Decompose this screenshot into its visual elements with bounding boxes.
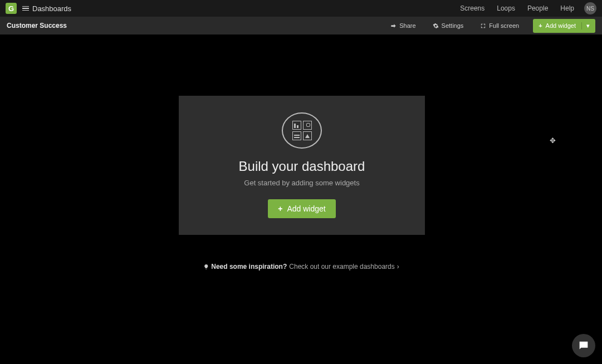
chevron-right-icon: › xyxy=(397,263,399,270)
inspiration-text: Check out our example dashboards xyxy=(289,263,394,270)
empty-state-subtitle: Get started by adding some widgets xyxy=(244,179,359,187)
fullscreen-button[interactable]: Full screen xyxy=(480,22,519,29)
add-widget-top-label: Add widget xyxy=(546,22,576,29)
empty-state-title: Build your dashboard xyxy=(239,159,365,174)
app-logo[interactable]: G xyxy=(6,3,17,14)
plus-icon: + xyxy=(539,22,542,29)
settings-button[interactable]: Settings xyxy=(433,22,464,29)
add-widget-main-label: Add widget xyxy=(287,204,325,213)
dashboard-canvas: Build your dashboard Get started by addi… xyxy=(0,35,602,364)
top-nav: G Dashboards Screens Loops People Help N… xyxy=(0,0,602,17)
chat-icon xyxy=(577,340,590,352)
empty-state-card: Build your dashboard Get started by addi… xyxy=(179,96,425,235)
add-widget-top-button[interactable]: + Add widget ▾ xyxy=(533,19,595,33)
chat-launcher-button[interactable] xyxy=(572,334,595,357)
lightbulb-icon xyxy=(203,264,209,270)
move-cursor-icon: ✥ xyxy=(550,136,556,145)
settings-label: Settings xyxy=(442,22,464,29)
share-icon xyxy=(390,23,397,29)
user-avatar[interactable]: NS xyxy=(584,2,596,14)
chevron-down-icon[interactable]: ▾ xyxy=(581,22,590,29)
dashboard-toolbar: Customer Success Share Settings Full scr… xyxy=(0,17,602,35)
dashboard-icon xyxy=(282,112,322,149)
inspiration-bold: Need some inspiration? xyxy=(211,263,287,270)
gear-icon xyxy=(433,23,439,29)
plus-icon: + xyxy=(278,204,282,213)
nav-link-help[interactable]: Help xyxy=(560,4,574,12)
expand-icon xyxy=(480,23,486,29)
add-widget-main-button[interactable]: + Add widget xyxy=(268,199,335,218)
nav-link-people[interactable]: People xyxy=(527,4,548,12)
share-label: Share xyxy=(399,22,415,29)
share-button[interactable]: Share xyxy=(390,22,415,29)
nav-link-loops[interactable]: Loops xyxy=(497,4,515,12)
inspiration-link[interactable]: Need some inspiration? Check out our exa… xyxy=(203,263,399,270)
dashboard-title: Customer Success xyxy=(7,22,67,29)
fullscreen-label: Full screen xyxy=(489,22,519,29)
nav-link-screens[interactable]: Screens xyxy=(460,4,484,12)
hamburger-icon[interactable] xyxy=(22,6,29,11)
nav-section-title[interactable]: Dashboards xyxy=(32,4,71,13)
